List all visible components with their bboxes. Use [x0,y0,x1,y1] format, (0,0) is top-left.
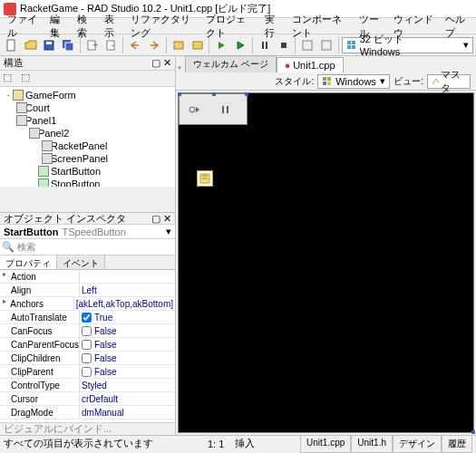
svg-text:-: - [112,39,115,50]
property-grid[interactable]: ▸ActionAlignLeft▸Anchors[akLeft,akTop,ak… [0,270,175,422]
view-label: ビュー: [393,75,423,88]
tree-node-StartButton[interactable]: StartButton [2,165,173,178]
main-toolbar: + - 32 ビット Windows ▾ [0,34,476,56]
svg-rect-12 [266,42,267,49]
save-all-button[interactable] [59,36,77,54]
prop-Cursor[interactable]: CursorcrDefault [0,392,175,406]
tab-welcome[interactable]: ウェルカム ページ [185,55,277,72]
new-button[interactable] [3,36,21,54]
tree-node-Panel1[interactable]: -Panel1 [2,114,173,127]
structure-toolbar: ⬚ ⬚ [0,71,175,87]
svg-rect-15 [322,41,331,50]
document-tabs: ◦ ウェルカム ページ ● Unit1.cpp [176,56,476,72]
step-button[interactable] [298,36,316,54]
platform-select[interactable]: 32 ビット Windows ▾ [342,37,473,53]
svg-point-24 [189,107,195,112]
status-pos: 1: 1 [208,439,224,449]
bottom-tab-Unit1.cpp[interactable]: Unit1.cpp [300,435,351,453]
prop-DragMode[interactable]: DragModedmManual [0,406,175,419]
inspector-search: 🔍 [0,239,175,255]
svg-rect-2 [46,42,52,44]
inspector-class: TSpeedButton [63,226,126,237]
stop-button[interactable] [275,36,293,54]
undo-button[interactable] [126,36,144,54]
redo-button[interactable] [145,36,163,54]
separator [209,37,209,53]
add-file-button[interactable]: + [83,36,102,54]
svg-rect-13 [281,43,287,48]
prop-AutoTranslate[interactable]: AutoTranslate True [0,311,175,324]
inspector-search-input[interactable] [17,242,173,252]
status-mode: 挿入 [235,437,255,450]
bottom-tab-デザイン[interactable]: デザイン [393,435,442,453]
prop-Align[interactable]: AlignLeft [0,284,175,297]
inspector-title: オブジェクト インスペクタ [4,212,126,226]
svg-rect-20 [323,77,326,81]
structure-tree[interactable]: -GameFormCourt-Panel1-Panel2RacketPanelS… [0,87,175,187]
prop-Action[interactable]: ▸Action [0,270,175,284]
form-designer[interactable] [178,92,474,433]
svg-rect-17 [352,41,355,44]
bottom-tabs: Unit1.cppUnit1.hデザイン履歴 [300,435,472,453]
platform-label: 32 ビット Windows [360,33,445,57]
tree-node-ScreenPanel[interactable]: ScreenPanel [2,152,173,165]
inspector-header: オブジェクト インスペクタ ▢ ✕ [0,212,175,225]
style-row: スタイル: Windows▾ ビュー: マスタ [176,72,476,91]
svg-rect-11 [262,42,264,49]
panel1[interactable] [179,93,248,125]
inspector-object-select[interactable]: StartButton TSpeedButton ▾ [0,225,175,239]
svg-text:+: + [92,39,98,50]
separator [338,37,339,53]
struct-btn1[interactable]: ⬚ [3,72,17,86]
folder-button[interactable] [170,36,188,54]
separator [295,37,296,53]
svg-rect-18 [347,45,351,49]
svg-rect-9 [174,42,183,49]
prop-ControlType[interactable]: ControlTypeStyled [0,379,175,392]
tree-node-StopButton[interactable]: StopButton [2,178,173,187]
separator [122,37,123,53]
tree-node-Panel2[interactable]: -Panel2 [2,127,173,140]
svg-rect-25 [222,106,224,113]
folder2-button[interactable] [189,36,207,54]
bottom-tab-履歴[interactable]: 履歴 [442,435,472,453]
tab-events[interactable]: イベント [57,255,105,269]
inspector-footer-text: ビジュアルにバインド... [4,422,112,436]
save-button[interactable] [41,36,59,54]
inspector-footer: ビジュアルにバインド... [0,422,175,435]
svg-rect-21 [327,77,331,81]
svg-rect-26 [227,106,228,113]
prop-Anchors[interactable]: ▸Anchors[akLeft,akTop,akBottom] [0,297,175,311]
remove-file-button[interactable]: - [102,36,121,54]
prop-CanFocus[interactable]: CanFocus False [0,324,175,338]
stylebook-component[interactable] [197,170,213,187]
tab-unit1[interactable]: ● Unit1.cpp [277,57,344,72]
prop-CanParentFocus[interactable]: CanParentFocus False [0,338,175,352]
tab-properties[interactable]: プロパティ [0,255,57,269]
run-nobdebug-button[interactable] [231,36,249,54]
tree-node-GameForm[interactable]: -GameForm [2,89,173,101]
step2-button[interactable] [317,36,335,54]
inspector-object: StartButton [4,226,59,237]
svg-rect-23 [327,82,331,85]
bottom-tab-Unit1.h[interactable]: Unit1.h [351,435,393,453]
inspector-tabs: プロパティ イベント [0,255,175,270]
style-label: スタイル: [275,75,314,88]
prop-ClipChildren[interactable]: ClipChildren False [0,352,175,365]
prop-ClipParent[interactable]: ClipParent False [0,365,175,379]
view-select[interactable]: マスタ [427,74,471,89]
svg-rect-14 [303,41,312,50]
svg-rect-22 [323,82,326,85]
pause-button[interactable] [256,36,274,54]
style-select[interactable]: Windows▾ [317,74,390,89]
tree-node-RacketPanel[interactable]: RacketPanel [2,140,173,152]
struct-btn2[interactable]: ⬚ [21,72,35,86]
structure-title: 構造 [4,56,24,70]
open-button[interactable] [22,36,40,54]
stop-button[interactable] [216,101,236,118]
separator [166,37,167,53]
svg-rect-16 [347,41,351,44]
tree-node-Court[interactable]: Court [2,101,173,114]
start-button[interactable] [185,101,205,118]
run-button[interactable] [212,36,230,54]
